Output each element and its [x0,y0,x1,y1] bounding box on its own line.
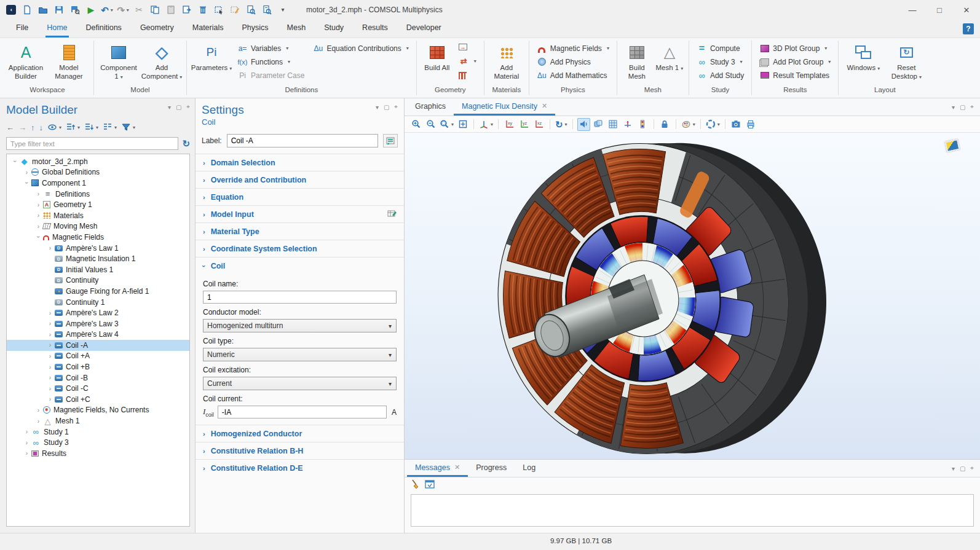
expand-arrow-icon[interactable]: › [45,310,55,316]
lock-icon[interactable] [658,118,671,131]
expand-arrow-icon[interactable]: › [45,320,55,327]
appearance-icon[interactable]: ▾ [681,118,696,131]
conductor-model-select[interactable]: Homogenized multiturn [203,319,397,332]
add-plot-group-button[interactable]: Add Plot Group▾ [756,56,834,68]
tree-item-component-1[interactable]: ›Component 1 [7,178,189,189]
add-physics-button[interactable]: Add Physics [534,56,612,68]
clear-messages-broom-icon[interactable] [411,479,420,491]
back-icon[interactable]: ← [6,123,14,132]
run-icon[interactable]: ▶ [84,3,98,17]
expand-arrow-icon[interactable]: › [45,353,55,359]
panel-menu-icon[interactable]: ▾ [952,104,955,111]
tree-item-materials[interactable]: ›Materials [7,210,189,221]
tree-item-amp-re-s-law-3[interactable]: ›Ampère's Law 3 [7,318,189,329]
coil-name-input[interactable] [203,291,397,304]
redo-icon[interactable]: ↷▾ [116,3,130,17]
tree-item-coil-a[interactable]: ›Coil -A [7,340,189,351]
graphics-tab-magnetic-flux-density[interactable]: Magnetic Flux Density✕ [454,98,555,116]
coil-excitation-select[interactable]: Current [203,377,397,390]
coil-label-input[interactable] [227,134,378,147]
rotate-icon[interactable]: ↻▾ [555,118,568,131]
panel-menu-icon[interactable]: ▾ [952,465,955,472]
expand-arrow-icon[interactable]: › [45,374,55,381]
mesh-1-button[interactable]: Mesh 1▾ [655,41,684,74]
reset-desktop-button[interactable]: Reset Desktop▾ [886,41,927,82]
close-button[interactable]: ✕ [953,0,980,20]
section-material-type[interactable]: ›Material Type [196,222,404,240]
snapshot-icon[interactable] [730,118,743,131]
forward-icon[interactable]: → [18,123,26,132]
save-find-icon[interactable] [68,3,82,17]
node-columns-icon[interactable]: ▾ [103,122,117,132]
tree-item-results[interactable]: ›Results [7,448,189,459]
expand-all-icon[interactable]: ▾ [66,122,80,132]
tree-item-amp-re-s-law-2[interactable]: ›Ampère's Law 2 [7,307,189,318]
expand-arrow-icon[interactable]: › [22,439,31,446]
tree-item-magnetic-fields[interactable]: ›Magnetic Fields [7,232,189,243]
float-panel-icon[interactable]: ▢ [960,104,965,111]
copy-icon[interactable] [148,3,162,17]
tree-item-definitions[interactable]: ›Definitions [7,189,189,200]
pin-panel-icon[interactable]: ⌖ [394,103,398,111]
help-button[interactable]: ? [963,23,974,34]
menu-tab-home[interactable]: Home [45,20,68,37]
expand-arrow-icon[interactable]: › [45,342,55,348]
section-homogenized-conductor[interactable]: ›Homogenized Conductor [196,425,404,442]
menu-tab-geometry[interactable]: Geometry [139,20,175,37]
graphics-tab-graphics[interactable]: Graphics [407,98,454,116]
move-down-icon[interactable]: ↓ [39,123,44,132]
expand-arrow-icon[interactable]: › [22,428,31,435]
save-icon[interactable] [52,3,66,17]
tree-item-continuity[interactable]: Continuity [7,275,189,286]
tree-item-mesh-1[interactable]: ›Mesh 1 [7,415,189,426]
tree-item-coil-c[interactable]: ›Coil -C [7,383,189,394]
undo-icon[interactable]: ↶▾ [100,3,114,17]
tree-item-motor-3d-2-mph[interactable]: ›motor_3d_2.mph [7,156,189,167]
tree-item-coil-a[interactable]: ›Coil +A [7,351,189,362]
expand-arrow-icon[interactable]: › [34,191,43,197]
refresh-icon[interactable]: ↻ [182,139,190,148]
expand-arrow-icon[interactable]: › [45,245,55,251]
expand-arrow-icon[interactable]: › [45,331,55,338]
section-model-input[interactable]: ›Model Input [196,205,404,222]
add-mathematics-button[interactable]: Add Mathematics [534,69,612,81]
expand-arrow-icon[interactable]: › [45,396,55,403]
study-3-button[interactable]: Study 3▾ [694,56,747,68]
print-icon[interactable] [745,118,757,131]
duplicate-icon[interactable] [180,3,194,17]
magnetic-fields-button[interactable]: Magnetic Fields▾ [534,42,612,54]
build-all-button[interactable]: Build All [421,41,453,74]
maximize-button[interactable]: □ [926,0,953,20]
expand-arrow-icon[interactable]: › [34,418,43,425]
comsol-logo-icon[interactable]: ◖ [4,3,18,17]
equation-contributions-button[interactable]: Equation Contributions▾ [310,42,411,54]
close-tab-icon[interactable]: ✕ [454,463,460,471]
vector-axis-icon[interactable] [622,118,634,131]
messages-tab-progress[interactable]: Progress [468,460,515,477]
menu-tab-developer[interactable]: Developer [405,20,443,37]
view-xz-icon[interactable]: xz [532,118,545,131]
tree-item-study-1[interactable]: ›Study 1 [7,426,189,438]
application-builder-button[interactable]: Application Builder [6,41,46,82]
tree-item-study-3[interactable]: ›Study 3 [7,437,189,448]
collapse-all-icon[interactable]: ▾ [84,122,98,132]
zoom-box-icon[interactable]: ▾ [439,118,454,131]
messages-tab-log[interactable]: Log [515,460,543,477]
pin-panel-icon[interactable]: ⌖ [186,103,190,111]
scene-light-icon[interactable] [577,118,590,131]
windows-button[interactable]: Windows▾ [843,41,883,74]
view-yz-icon[interactable]: yz [518,118,531,131]
menu-tab-physics[interactable]: Physics [240,20,269,37]
expand-arrow-icon[interactable]: › [34,202,43,208]
section-coil[interactable]: ›Coil [196,257,404,274]
section-coordinate-system-selection[interactable]: ›Coordinate System Selection [196,240,404,257]
color-legend-icon[interactable] [636,118,649,131]
expand-arrow-icon[interactable]: › [22,169,31,176]
zoom-out-icon[interactable] [424,118,437,131]
parameter-case-button[interactable]: Parameter Case [234,69,307,81]
expand-arrow-icon[interactable]: › [45,364,55,371]
delete-icon[interactable] [196,3,210,17]
expand-arrow-icon[interactable]: › [22,450,31,457]
default-view-icon[interactable]: ▾ [478,118,494,131]
tree-item-global-definitions[interactable]: ›Global Definitions [7,167,189,178]
